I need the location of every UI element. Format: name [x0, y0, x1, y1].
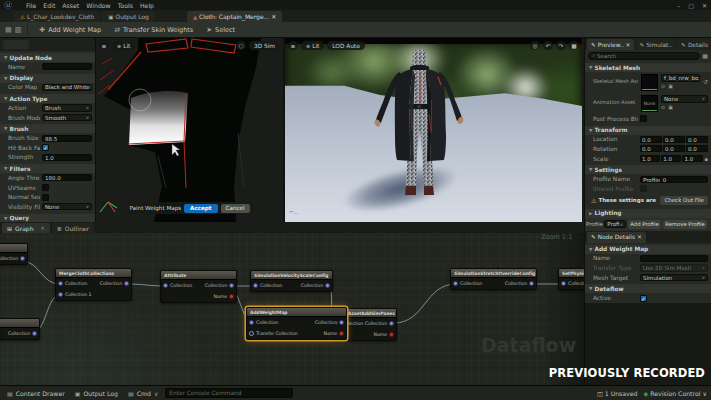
lock-icon[interactable]: ▪: [705, 156, 708, 162]
viewport-menu-icon[interactable]: ≡: [99, 41, 109, 50]
settings-grid-icon[interactable]: ▦: [702, 52, 708, 59]
section-query[interactable]: ▼Query: [0, 214, 95, 222]
vec-field-x[interactable]: 0.0: [640, 136, 662, 143]
vec-field-z[interactable]: 0.0: [686, 136, 708, 143]
section-settings[interactable]: ▼Settings: [585, 165, 711, 174]
redo-icon[interactable]: ↷: [556, 41, 566, 50]
cloth-paint-viewport[interactable]: ≡ ⊕Lit ⬡ 3D Sim Paint Weight Maps Accept…: [96, 38, 285, 222]
dropdown-color-map[interactable]: Black and White∨: [42, 84, 92, 92]
tab-l-char-lookdev-cloth[interactable]: ⚠L_Char_Lookdev_Cloth: [14, 11, 100, 22]
tab-simulat[interactable]: ✎Simulat..: [635, 39, 676, 50]
vec-field-x[interactable]: 1.0: [640, 155, 660, 162]
graph-tab-outliner[interactable]: ≣Outliner: [52, 223, 94, 233]
node-simstretch[interactable]: SimulationStretchOverrideConfigCollectio…: [450, 268, 537, 290]
dropdown-transfer-type[interactable]: Use 2D Sim Mesh∨: [640, 264, 708, 272]
node-title[interactable]: SimulationStretchOverrideConfig: [451, 269, 536, 278]
sim-mode-3d-button[interactable]: 3D Sim: [249, 41, 280, 50]
node-attribute[interactable]: AttributeCollectionCollectionName: [160, 270, 237, 303]
node-src-a[interactable]: Collection: [0, 243, 28, 265]
cancel-button[interactable]: Cancel: [221, 204, 250, 213]
trash-icon[interactable]: ▦: [569, 41, 579, 50]
browse-folder-icon[interactable]: ▥: [15, 26, 22, 34]
node-title[interactable]: MergeClothCollections: [56, 269, 131, 278]
input-pin-collection[interactable]: [561, 281, 566, 286]
toolbar-select-button[interactable]: ➤Select: [201, 23, 240, 36]
input-pin-collection[interactable]: [453, 281, 458, 286]
tab-close-icon[interactable]: ✕: [271, 13, 276, 20]
use-selected-icon[interactable]: ▣: [668, 83, 673, 89]
vec-field-y[interactable]: 1.0: [661, 155, 681, 162]
asset-thumbnail[interactable]: None: [641, 95, 658, 112]
section-filters[interactable]: ▼Filters: [0, 164, 95, 173]
preview-viewport[interactable]: ≡ ⊕Lit LOD Auto ◎ ↶ ↷ ▦ ⌐..: [285, 38, 582, 222]
add-profile-button[interactable]: Add Profile: [628, 220, 661, 229]
tab-close-icon[interactable]: ✕: [626, 42, 631, 48]
tab-node-details[interactable]: ✎Node Details✕: [587, 232, 646, 243]
statusbar-cmd-button[interactable]: ▤Cmd∨: [125, 387, 161, 399]
output-pin-collection[interactable]: [325, 283, 330, 288]
lod-auto-button[interactable]: LOD Auto: [327, 41, 364, 50]
output-pin-collection[interactable]: [529, 281, 534, 286]
node-merge[interactable]: MergeClothCollectionsCollectionCollectio…: [55, 268, 132, 301]
output-pin-collection[interactable]: [229, 283, 234, 288]
statusbar-1-unsaved-item[interactable]: ◫1 Unsaved: [597, 390, 638, 397]
input-brush-size[interactable]: 88.5: [42, 135, 92, 142]
vec-field-y[interactable]: 0.0: [663, 145, 685, 152]
check-out-file-button[interactable]: Check Out File: [660, 196, 708, 205]
tab-close-icon[interactable]: ✕: [40, 225, 44, 231]
cloth-sim-icon[interactable]: ⬡: [236, 41, 246, 50]
node-src-b[interactable]: Collection: [0, 318, 40, 340]
graph-tab-graph[interactable]: ⊞Graph✕: [2, 223, 50, 233]
save-icon[interactable]: ▤: [5, 26, 12, 34]
output-pin-name[interactable]: [339, 331, 344, 336]
input-pin-collection[interactable]: [249, 320, 254, 325]
window-close-button[interactable]: ✕: [702, 2, 707, 9]
output-pin-name[interactable]: [389, 332, 394, 337]
section-brush[interactable]: ▼Brush: [0, 124, 95, 133]
vec-field-z[interactable]: 0.0: [686, 145, 708, 152]
remove-profile-button[interactable]: Remove Profile: [663, 220, 708, 229]
reset-icon[interactable]: ↺: [703, 74, 708, 85]
menu-tools[interactable]: Tools: [118, 2, 133, 9]
toolbar-add-weight-map-button[interactable]: ✚Add Weight Map: [34, 23, 106, 36]
checkbox-active[interactable]: ✓: [640, 295, 647, 302]
section-add-weight-map[interactable]: ▼Add Weight Map: [585, 245, 711, 254]
unreal-logo-icon[interactable]: U: [4, 1, 12, 9]
statusbar-content-drawer-button[interactable]: ▤Content Drawer: [4, 387, 68, 399]
search-input[interactable]: ⌕Search: [588, 52, 700, 60]
output-pin-collection[interactable]: [32, 331, 37, 336]
section-skeletal-mesh[interactable]: ▼Skeletal Mesh: [585, 63, 711, 72]
statusbar-revision-control-item[interactable]: ◈Revision Control∨: [644, 390, 708, 397]
menu-help[interactable]: Help: [140, 2, 154, 9]
output-pin-name[interactable]: [229, 294, 234, 299]
node-title[interactable]: AddWeightMap: [247, 308, 346, 317]
profile-dropdown[interactable]: Profi∨: [604, 220, 626, 228]
input-pin-transfer-collection[interactable]: [249, 331, 254, 336]
collapsed-tab[interactable]: [3, 40, 29, 49]
asset-thumbnail[interactable]: [641, 74, 658, 91]
input-pin-collection[interactable]: [253, 283, 258, 288]
menu-file[interactable]: File: [26, 2, 36, 9]
input-pin-collection[interactable]: [163, 283, 168, 288]
checkbox-normal-seams[interactable]: [42, 194, 49, 201]
undo-icon[interactable]: ↶: [543, 41, 553, 50]
output-pin-collection[interactable]: [124, 281, 129, 286]
dropdown-brush-mode[interactable]: Smooth∨: [42, 114, 92, 122]
use-selected-icon[interactable]: ▣: [668, 104, 673, 110]
node-setphys[interactable]: SetPhysicsAssetCollection: [558, 268, 584, 290]
console-command-input[interactable]: Enter Console Command: [165, 388, 293, 398]
section-transform[interactable]: ▼Transform: [585, 126, 711, 135]
dropdown-action[interactable]: Brush∨: [42, 104, 92, 112]
section-action-type[interactable]: ▼Action Type: [0, 94, 95, 103]
section-display[interactable]: ▼Display: [0, 74, 95, 83]
output-pin-collection[interactable]: [339, 320, 344, 325]
viewport-menu-icon[interactable]: ≡: [288, 41, 298, 50]
camera-icon[interactable]: ◎: [530, 41, 540, 50]
toolbar-transfer-skin-weights-button[interactable]: ⇄Transfer Skin Weights: [109, 23, 198, 36]
input-pin-collection[interactable]: [58, 281, 63, 286]
vec-field-z[interactable]: 1.0: [682, 155, 702, 162]
node-title[interactable]: SetPhysicsAsset: [559, 269, 584, 278]
browse-icon[interactable]: ⊙: [661, 104, 665, 110]
section-lighting[interactable]: ▶Lighting: [585, 209, 711, 218]
dropdown-mesh-target[interactable]: Simulation∨: [640, 274, 708, 282]
